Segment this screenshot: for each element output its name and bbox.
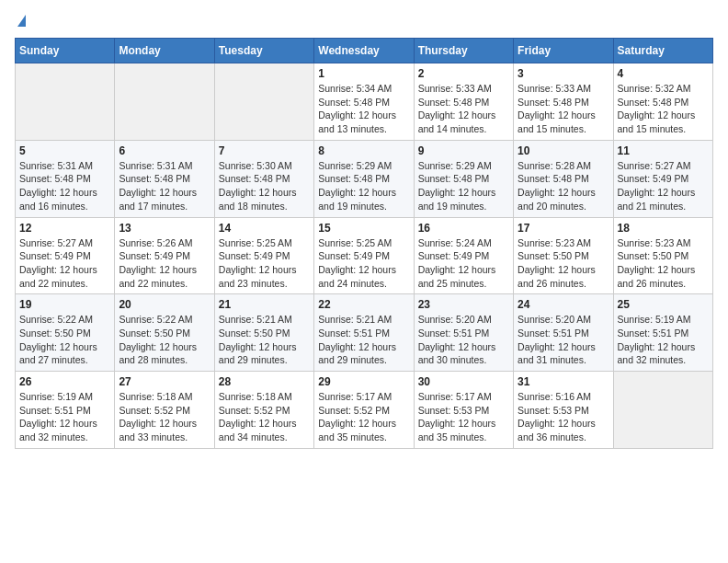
weekday-header-saturday: Saturday — [613, 39, 712, 63]
calendar-cell: 1Sunrise: 5:34 AM Sunset: 5:48 PM Daylig… — [314, 63, 414, 141]
calendar-cell — [613, 372, 712, 449]
day-info: Sunrise: 5:31 AM Sunset: 5:48 PM Dayligh… — [19, 159, 110, 213]
calendar-cell: 5Sunrise: 5:31 AM Sunset: 5:48 PM Daylig… — [16, 140, 115, 217]
calendar-cell: 11Sunrise: 5:27 AM Sunset: 5:49 PM Dayli… — [613, 140, 712, 217]
day-info: Sunrise: 5:22 AM Sunset: 5:50 PM Dayligh… — [119, 313, 210, 367]
day-info: Sunrise: 5:24 AM Sunset: 5:49 PM Dayligh… — [418, 236, 509, 291]
calendar-cell: 2Sunrise: 5:33 AM Sunset: 5:48 PM Daylig… — [414, 63, 513, 141]
day-number: 3 — [518, 67, 609, 80]
day-info: Sunrise: 5:28 AM Sunset: 5:48 PM Dayligh… — [518, 159, 609, 213]
weekday-header-monday: Monday — [115, 39, 214, 63]
calendar-cell: 27Sunrise: 5:18 AM Sunset: 5:52 PM Dayli… — [115, 372, 214, 449]
calendar-cell: 22Sunrise: 5:21 AM Sunset: 5:51 PM Dayli… — [314, 294, 414, 372]
calendar-cell — [16, 63, 115, 141]
day-number: 4 — [618, 67, 709, 80]
day-info: Sunrise: 5:29 AM Sunset: 5:48 PM Dayligh… — [318, 159, 409, 213]
calendar-cell — [115, 63, 214, 141]
day-info: Sunrise: 5:33 AM Sunset: 5:48 PM Dayligh… — [418, 82, 509, 136]
weekday-header-tuesday: Tuesday — [214, 39, 313, 63]
day-number: 26 — [19, 375, 110, 388]
calendar-cell: 17Sunrise: 5:23 AM Sunset: 5:50 PM Dayli… — [514, 217, 613, 294]
calendar-cell: 16Sunrise: 5:24 AM Sunset: 5:49 PM Dayli… — [414, 217, 513, 294]
calendar-cell: 10Sunrise: 5:28 AM Sunset: 5:48 PM Dayli… — [514, 140, 613, 217]
day-info: Sunrise: 5:19 AM Sunset: 5:51 PM Dayligh… — [618, 313, 709, 367]
weekday-header-sunday: Sunday — [16, 39, 115, 63]
day-info: Sunrise: 5:23 AM Sunset: 5:50 PM Dayligh… — [618, 236, 709, 291]
calendar-week-row: 1Sunrise: 5:34 AM Sunset: 5:48 PM Daylig… — [16, 63, 713, 141]
calendar-cell: 8Sunrise: 5:29 AM Sunset: 5:48 PM Daylig… — [314, 140, 414, 217]
day-number: 17 — [518, 222, 609, 235]
day-number: 7 — [219, 144, 310, 157]
calendar-week-row: 19Sunrise: 5:22 AM Sunset: 5:50 PM Dayli… — [16, 294, 713, 372]
weekday-header-friday: Friday — [514, 39, 613, 63]
calendar-cell: 23Sunrise: 5:20 AM Sunset: 5:51 PM Dayli… — [414, 294, 513, 372]
logo-triangle-icon — [17, 15, 26, 27]
day-number: 21 — [219, 298, 310, 311]
day-number: 10 — [518, 144, 609, 157]
day-info: Sunrise: 5:27 AM Sunset: 5:49 PM Dayligh… — [618, 159, 709, 213]
day-number: 20 — [119, 298, 210, 311]
day-number: 11 — [618, 144, 709, 157]
calendar-cell: 9Sunrise: 5:29 AM Sunset: 5:48 PM Daylig… — [414, 140, 513, 217]
day-number: 23 — [418, 298, 509, 311]
calendar-cell: 28Sunrise: 5:18 AM Sunset: 5:52 PM Dayli… — [214, 372, 313, 449]
day-info: Sunrise: 5:17 AM Sunset: 5:52 PM Dayligh… — [318, 390, 409, 444]
calendar-cell: 7Sunrise: 5:30 AM Sunset: 5:48 PM Daylig… — [214, 140, 313, 217]
calendar-table: SundayMondayTuesdayWednesdayThursdayFrid… — [15, 38, 713, 449]
weekday-header-thursday: Thursday — [414, 39, 513, 63]
day-info: Sunrise: 5:21 AM Sunset: 5:51 PM Dayligh… — [318, 313, 409, 367]
day-info: Sunrise: 5:32 AM Sunset: 5:48 PM Dayligh… — [618, 82, 709, 136]
calendar-cell: 6Sunrise: 5:31 AM Sunset: 5:48 PM Daylig… — [115, 140, 214, 217]
day-info: Sunrise: 5:25 AM Sunset: 5:49 PM Dayligh… — [318, 236, 409, 291]
day-info: Sunrise: 5:20 AM Sunset: 5:51 PM Dayligh… — [518, 313, 609, 367]
day-number: 15 — [318, 222, 409, 235]
calendar-cell: 29Sunrise: 5:17 AM Sunset: 5:52 PM Dayli… — [314, 372, 414, 449]
day-info: Sunrise: 5:18 AM Sunset: 5:52 PM Dayligh… — [219, 390, 310, 444]
day-number: 19 — [19, 298, 110, 311]
calendar-cell: 20Sunrise: 5:22 AM Sunset: 5:50 PM Dayli… — [115, 294, 214, 372]
day-info: Sunrise: 5:33 AM Sunset: 5:48 PM Dayligh… — [518, 82, 609, 136]
day-number: 25 — [618, 298, 709, 311]
day-number: 27 — [119, 375, 210, 388]
day-info: Sunrise: 5:19 AM Sunset: 5:51 PM Dayligh… — [19, 390, 110, 444]
calendar-cell — [214, 63, 313, 141]
calendar-cell: 14Sunrise: 5:25 AM Sunset: 5:49 PM Dayli… — [214, 217, 313, 294]
calendar-week-row: 5Sunrise: 5:31 AM Sunset: 5:48 PM Daylig… — [16, 140, 713, 217]
calendar-cell: 18Sunrise: 5:23 AM Sunset: 5:50 PM Dayli… — [613, 217, 712, 294]
weekday-header-wednesday: Wednesday — [314, 39, 414, 63]
day-number: 22 — [318, 298, 409, 311]
day-number: 5 — [19, 144, 110, 157]
calendar-cell: 3Sunrise: 5:33 AM Sunset: 5:48 PM Daylig… — [514, 63, 613, 141]
day-number: 14 — [219, 222, 310, 235]
calendar-cell: 26Sunrise: 5:19 AM Sunset: 5:51 PM Dayli… — [16, 372, 115, 449]
calendar-cell: 12Sunrise: 5:27 AM Sunset: 5:49 PM Dayli… — [16, 217, 115, 294]
day-info: Sunrise: 5:20 AM Sunset: 5:51 PM Dayligh… — [418, 313, 509, 367]
day-info: Sunrise: 5:26 AM Sunset: 5:49 PM Dayligh… — [119, 236, 210, 291]
day-info: Sunrise: 5:29 AM Sunset: 5:48 PM Dayligh… — [418, 159, 509, 213]
day-info: Sunrise: 5:18 AM Sunset: 5:52 PM Dayligh… — [119, 390, 210, 444]
day-number: 31 — [518, 375, 609, 388]
day-number: 6 — [119, 144, 210, 157]
logo — [15, 15, 26, 29]
day-number: 16 — [418, 222, 509, 235]
calendar-week-row: 26Sunrise: 5:19 AM Sunset: 5:51 PM Dayli… — [16, 372, 713, 449]
day-number: 9 — [418, 144, 509, 157]
calendar-cell: 25Sunrise: 5:19 AM Sunset: 5:51 PM Dayli… — [613, 294, 712, 372]
day-info: Sunrise: 5:16 AM Sunset: 5:53 PM Dayligh… — [518, 390, 609, 444]
calendar-cell: 4Sunrise: 5:32 AM Sunset: 5:48 PM Daylig… — [613, 63, 712, 141]
calendar-cell: 19Sunrise: 5:22 AM Sunset: 5:50 PM Dayli… — [16, 294, 115, 372]
calendar-cell: 13Sunrise: 5:26 AM Sunset: 5:49 PM Dayli… — [115, 217, 214, 294]
calendar-cell: 30Sunrise: 5:17 AM Sunset: 5:53 PM Dayli… — [414, 372, 513, 449]
day-number: 29 — [318, 375, 409, 388]
calendar-header-row: SundayMondayTuesdayWednesdayThursdayFrid… — [16, 39, 713, 63]
day-info: Sunrise: 5:30 AM Sunset: 5:48 PM Dayligh… — [219, 159, 310, 213]
day-number: 30 — [418, 375, 509, 388]
day-info: Sunrise: 5:31 AM Sunset: 5:48 PM Dayligh… — [119, 159, 210, 213]
day-info: Sunrise: 5:27 AM Sunset: 5:49 PM Dayligh… — [19, 236, 110, 291]
day-info: Sunrise: 5:34 AM Sunset: 5:48 PM Dayligh… — [318, 82, 409, 136]
day-info: Sunrise: 5:21 AM Sunset: 5:50 PM Dayligh… — [219, 313, 310, 367]
day-number: 28 — [219, 375, 310, 388]
day-number: 24 — [518, 298, 609, 311]
day-info: Sunrise: 5:23 AM Sunset: 5:50 PM Dayligh… — [518, 236, 609, 291]
day-number: 18 — [618, 222, 709, 235]
